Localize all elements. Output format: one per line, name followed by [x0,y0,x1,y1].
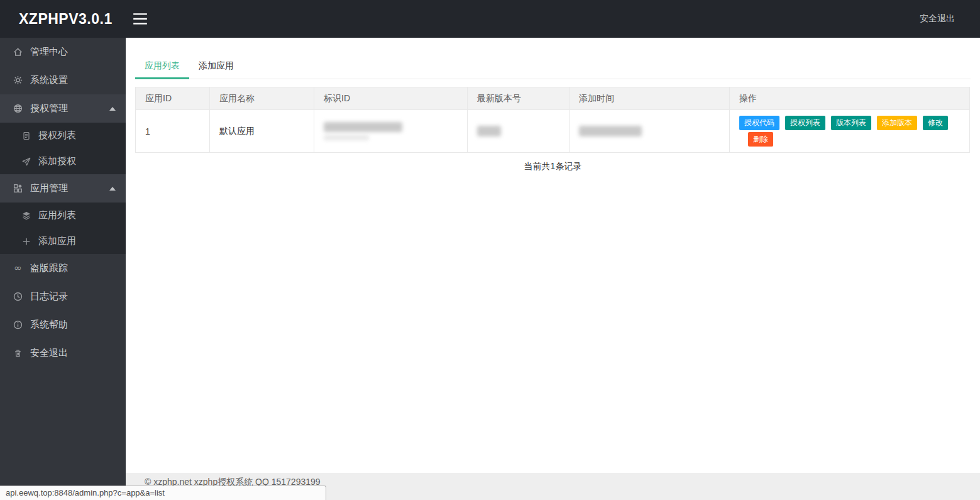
chevron-up-icon [109,107,116,111]
table-row: 1 默认应用 授权代码 授权列表 版本列表 添加版本 [136,110,970,153]
col-header-app-id: 应用ID [136,87,210,110]
cell-latest-version [468,110,570,153]
sidebar-item-app-list[interactable]: 应用列表 [0,203,126,228]
license-code-button[interactable]: 授权代码 [739,116,779,130]
tab-add-app[interactable]: 添加应用 [189,53,243,79]
col-header-latest-version: 最新版本号 [468,87,570,110]
cell-added-time [570,110,730,153]
record-count-text: 当前共1条记录 [126,161,980,172]
header-logout-link[interactable]: 安全退出 [920,13,980,25]
redacted-identity-id [324,122,402,132]
app-table: 应用ID 应用名称 标识ID 最新版本号 添加时间 操作 1 默认应用 [135,87,970,153]
cell-actions: 授权代码 授权列表 版本列表 添加版本 修改 删除 [730,110,970,153]
tab-bar: 应用列表 添加应用 [135,53,971,79]
sidebar-nav: 管理中心 系统设置 授权管理 授权列表 [0,38,126,500]
sidebar-item-label: 安全退出 [30,347,68,359]
col-header-app-name: 应用名称 [210,87,314,110]
sidebar-item-label: 应用管理 [30,182,68,194]
sidebar-item-system-settings[interactable]: 系统设置 [0,66,126,94]
sidebar-item-label: 日志记录 [30,291,68,303]
sidebar-item-label: 应用列表 [38,209,76,221]
sidebar-item-app-management[interactable]: 应用管理 [0,174,126,203]
sidebar-item-safe-logout[interactable]: 安全退出 [0,339,126,367]
col-header-actions: 操作 [730,87,970,110]
sidebar-item-label: 管理中心 [30,46,68,58]
infinity-icon: ∞ [13,263,23,274]
clock-icon [13,291,23,302]
globe-icon [13,103,23,114]
sidebar-item-license-management[interactable]: 授权管理 [0,94,126,123]
sidebar-item-label: 系统设置 [30,74,68,86]
trash-icon [13,348,23,358]
sidebar-item-label: 添加应用 [38,235,76,247]
plus-icon [21,236,31,247]
info-icon [13,319,23,330]
redacted-added-time [579,126,642,136]
send-icon [21,156,31,167]
browser-status-url: api.eewq.top:8848/admin.php?c=app&a=list [0,486,326,500]
sidebar-item-label: 系统帮助 [30,319,68,331]
cell-identity-id [314,110,468,153]
col-header-identity-id: 标识ID [314,87,468,110]
sidebar-item-log-records[interactable]: 日志记录 [0,282,126,311]
app-title: XZPHPV3.0.1 [0,11,126,28]
sidebar-item-admin-center[interactable]: 管理中心 [0,38,126,66]
main-content: 应用列表 添加应用 应用ID 应用名称 标识ID 最新版本号 添加时间 操作 1… [126,38,980,500]
tab-app-list[interactable]: 应用列表 [135,53,189,79]
sidebar-item-system-help[interactable]: 系统帮助 [0,311,126,339]
sidebar-item-label: 添加授权 [38,155,76,167]
app-submenu: 应用列表 添加应用 [0,203,126,254]
license-list-button[interactable]: 授权列表 [785,116,825,130]
edit-button[interactable]: 修改 [923,116,948,130]
delete-button[interactable]: 删除 [748,132,773,147]
cell-app-id: 1 [136,110,210,153]
add-version-button[interactable]: 添加版本 [877,116,917,130]
home-icon [13,47,23,57]
col-header-added-time: 添加时间 [570,87,730,110]
sidebar-item-label: 盗版跟踪 [30,262,68,274]
action-buttons: 授权代码 授权列表 版本列表 添加版本 修改 删除 [739,116,963,147]
table-header-row: 应用ID 应用名称 标识ID 最新版本号 添加时间 操作 [136,87,970,110]
sidebar-item-label: 授权管理 [30,103,68,114]
top-header: XZPHPV3.0.1 安全退出 [0,0,980,38]
chevron-up-icon [109,187,116,191]
hamburger-menu-icon[interactable] [129,8,151,30]
sidebar-item-license-list[interactable]: 授权列表 [0,123,126,148]
gear-icon [13,75,23,86]
redacted-identity-id-sub [324,135,369,140]
license-submenu: 授权列表 添加授权 [0,123,126,174]
version-list-button[interactable]: 版本列表 [831,116,871,130]
grid-icon [13,183,23,194]
redacted-latest-version [477,126,501,136]
layers-icon [21,210,31,221]
cell-app-name: 默认应用 [210,110,314,153]
sidebar-item-add-license[interactable]: 添加授权 [0,148,126,174]
sidebar-item-add-app[interactable]: 添加应用 [0,228,126,254]
sidebar-item-label: 授权列表 [38,130,76,142]
file-icon [21,130,31,141]
sidebar-item-piracy-tracking[interactable]: ∞ 盗版跟踪 [0,254,126,282]
